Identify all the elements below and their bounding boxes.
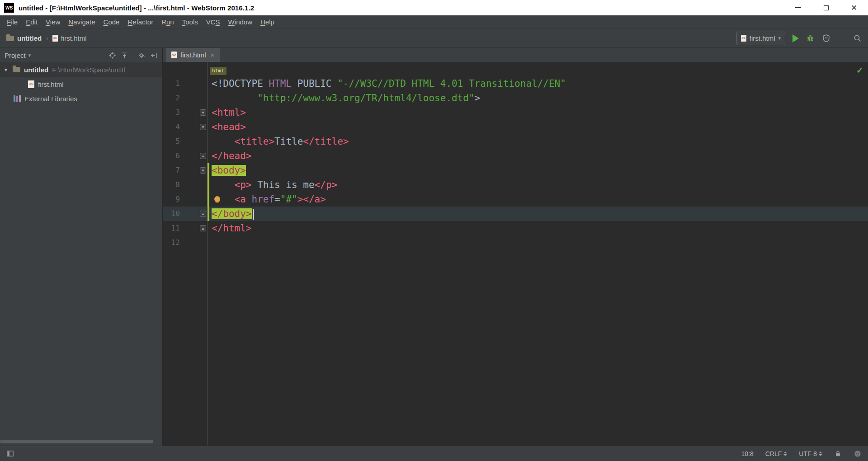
horizontal-scrollbar[interactable] [0,440,153,443]
caret-position-widget[interactable]: 10:8 [741,450,754,457]
selector-arrows-icon [783,452,787,456]
gutter-cell: 8 [163,178,207,192]
gutter-cell: 11▴ [163,221,207,235]
chevron-down-icon[interactable]: ▾ [28,52,31,58]
gutter-cell: 2 [163,91,207,105]
menu-item-refactor[interactable]: Refactor [123,18,157,26]
menu-item-code[interactable]: Code [99,18,124,26]
html-file-icon [28,80,34,88]
text-caret [253,209,254,220]
menu-item-tools[interactable]: Tools [178,18,202,26]
code-line-10[interactable]: 10▴</body> [163,207,868,221]
menu-item-navigate[interactable]: Navigate [64,18,99,26]
encoding-label: UTF-8 [799,450,817,457]
status-bar: 10:8 CRLF UTF-8 [0,446,868,461]
run-toolbar: first.html ▾ [736,32,862,45]
breadcrumb-untitled[interactable]: untitled [6,34,42,42]
run-button[interactable] [793,34,799,42]
code-line-12[interactable]: 12 [163,235,868,250]
html-file-icon [52,35,58,42]
locate-icon[interactable] [108,52,116,59]
code-line-3[interactable]: 3▾<html> [163,105,868,120]
code-line-9[interactable]: 9 <a href="#"></a> [163,192,868,207]
debug-button[interactable] [806,34,815,42]
code-line-4[interactable]: 4▾<head> [163,120,868,134]
tab-close-icon[interactable]: × [211,52,214,59]
fold-open-icon[interactable]: ▾ [200,109,206,116]
tree-item-first-html[interactable]: first.html [0,77,162,91]
tree-item-name: External Libraries [24,95,77,103]
search-icon[interactable] [853,34,862,42]
code-line-5[interactable]: 5 <title>Title</title> [163,134,868,149]
fold-close-icon[interactable]: ▴ [200,153,206,159]
run-config-icon [741,35,746,42]
restore-icon [824,5,829,10]
code-line-6[interactable]: 6▴</head> [163,149,868,163]
lock-icon[interactable] [834,450,842,457]
code-line-2[interactable]: 2 "http://www.w3.org/TR/html4/loose.dtd"… [163,91,868,105]
menu-item-window[interactable]: Window [224,18,256,26]
code-line-1[interactable]: 1<!DOCTYPE HTML PUBLIC "-//W3C//DTD HTML… [163,76,868,91]
tab-first-html[interactable]: first.html × [166,48,220,62]
code-line-8[interactable]: 8 <p> This is me</p> [163,178,868,192]
fold-open-icon[interactable]: ▾ [200,167,206,174]
intention-bulb-icon[interactable] [214,196,220,202]
gutter-cell: 5 [163,134,207,149]
menu-item-view[interactable]: View [42,18,64,26]
restore-button[interactable] [812,0,840,15]
tree-expanded-icon[interactable]: ▼ [4,67,9,72]
code-text: </head> [207,149,868,163]
fold-close-icon[interactable]: ▴ [200,225,206,231]
menu-item-file[interactable]: File [3,18,22,26]
code-line-7[interactable]: 7▾<body> [163,163,868,178]
gutter-cell: 10▴ [163,207,207,221]
line-number: 6 [163,149,180,163]
fold-close-icon[interactable]: ▴ [200,211,206,217]
webstorm-logo: WS [4,3,14,13]
close-icon: ✕ [851,4,857,12]
gutter-cell: 6▴ [163,149,207,163]
gutter-cell: 4▾ [163,120,207,134]
code-line-11[interactable]: 11▴</html> [163,221,868,235]
menu-item-run[interactable]: Run [157,18,178,26]
gear-icon[interactable] [138,52,146,59]
line-number: 12 [163,235,180,250]
inspections-ok-icon[interactable]: ✓ [856,65,863,75]
editor-breadcrumb-html[interactable]: html [210,67,226,75]
encoding-widget[interactable]: UTF-8 [799,450,822,457]
code-text: <!DOCTYPE HTML PUBLIC "-//W3C//DTD HTML … [207,76,868,91]
breadcrumb-label: first.html [61,34,87,42]
library-icon [14,95,21,102]
menu-item-help[interactable]: Help [256,18,278,26]
hector-inspector-icon[interactable] [854,450,862,458]
project-header-title[interactable]: Project [5,52,26,59]
line-number: 2 [163,91,180,105]
navigation-bar: untitled › first.html first.html ▾ [0,29,868,47]
line-separator-widget[interactable]: CRLF [765,450,788,457]
tree-item-external-libraries[interactable]: External Libraries [0,91,162,106]
hide-toolwindow-icon[interactable] [150,52,158,59]
line-number: 8 [163,178,180,192]
gutter-cell: 7▾ [163,163,207,178]
project-toolwindow-header: Project ▾ [0,48,162,62]
minimize-button[interactable] [784,0,812,15]
toolwindow-toggle-icon[interactable] [6,450,14,457]
editor-tab-bar: first.html × [163,48,868,62]
run-config-select[interactable]: first.html ▾ [736,32,785,45]
menu-bar: FileEditViewNavigateCodeRefactorRunTools… [0,15,868,29]
window-controls: ✕ [784,0,868,15]
code-lines: 1<!DOCTYPE HTML PUBLIC "-//W3C//DTD HTML… [163,76,868,250]
gutter-cell: 3▾ [163,105,207,120]
tree-item-untitled[interactable]: ▼ untitled F:\HtmlWorkSpace\untitl [0,62,162,77]
html-file-icon [171,52,177,58]
breadcrumb-label: untitled [17,34,42,42]
menu-item-vcs[interactable]: VCS [202,18,224,26]
line-number: 10 [163,207,180,221]
collapse-all-icon[interactable] [121,52,128,59]
close-button[interactable]: ✕ [840,0,868,15]
selector-arrows-icon [819,452,822,456]
coverage-button[interactable] [822,34,830,42]
menu-item-edit[interactable]: Edit [22,18,42,26]
fold-open-icon[interactable]: ▾ [200,124,206,130]
breadcrumb-first-html[interactable]: first.html [52,34,87,42]
